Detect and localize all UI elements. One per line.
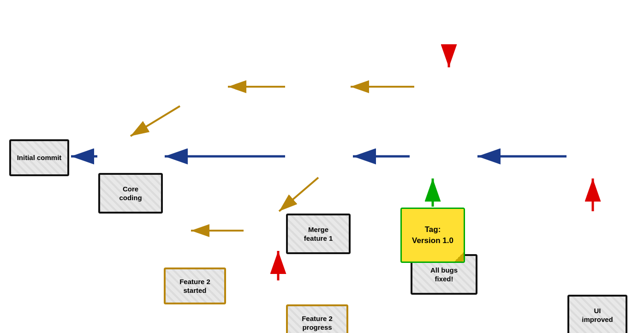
arrows-layer (0, 0, 644, 333)
node-merge-feature1: Mergefeature 1 (286, 214, 351, 254)
svg-line-12 (279, 178, 318, 211)
node-feature2-started: Feature 2started (164, 268, 226, 304)
node-feature2-progress: Feature 2progress (286, 304, 348, 333)
node-core-coding: Corecoding (98, 173, 163, 214)
node-tag-version: Tag:Version 1.0 (400, 208, 465, 263)
svg-line-11 (131, 106, 180, 136)
node-ui-improved: UIimproved (567, 295, 627, 333)
node-initial-commit: Initial commit (9, 139, 69, 176)
git-diagram: Initial commit Corecoding Mergefeature 1… (0, 0, 644, 333)
